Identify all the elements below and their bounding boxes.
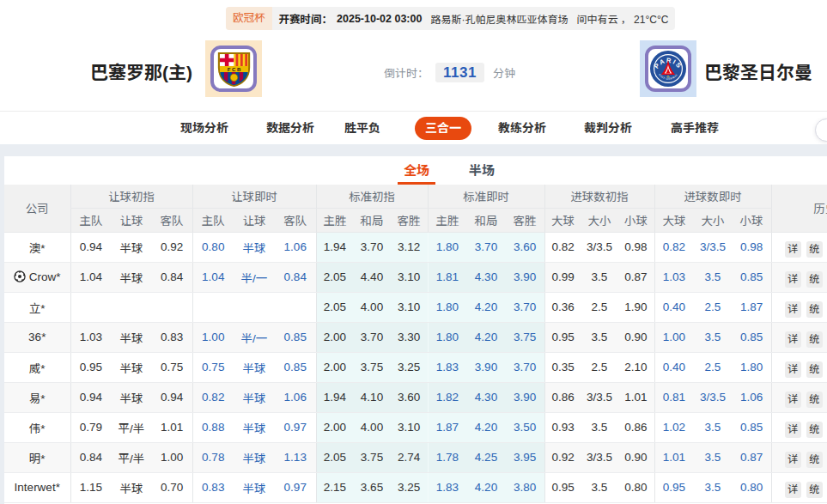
odds-cell: 2.05 — [316, 292, 353, 322]
nav-tab-5[interactable]: 教练分析 — [498, 117, 546, 140]
stats-button[interactable]: 统 — [806, 392, 823, 408]
odds-cell — [234, 292, 275, 322]
odds-cell: 3/3.5 — [581, 232, 618, 262]
away-team-logo: PARIS SAINT-GERMAIN — [640, 40, 696, 97]
odds-row-易: 易*0.94半球0.940.82半球1.061.944.103.601.824.… — [4, 382, 827, 412]
odds-cell: 半球 — [111, 472, 151, 502]
odds-cell: 0.86 — [617, 412, 654, 442]
odds-cell: 半球 — [111, 382, 151, 412]
detail-button[interactable]: 详 — [785, 361, 801, 378]
nav-tab-3[interactable]: 胜平负 — [344, 117, 380, 140]
column-subheader: 和局 — [466, 208, 505, 232]
odds-cell: 0.94 — [152, 382, 192, 412]
odds-cell: 3.90 — [466, 352, 505, 382]
odds-cell: 0.87 — [617, 262, 654, 292]
company-name[interactable]: 威* — [4, 352, 70, 382]
odds-cell: 半球 — [111, 322, 151, 352]
countdown: 倒计时： 1131 分钟 — [384, 62, 515, 82]
company-name[interactable]: Interwet* — [4, 472, 70, 502]
detail-button[interactable]: 详 — [785, 271, 801, 288]
stats-button[interactable]: 统 — [806, 422, 823, 438]
odds-cell: 2.5 — [693, 292, 732, 322]
floating-widget-button[interactable] — [815, 118, 827, 142]
odds-cell: 3.70 — [506, 292, 544, 322]
odds-cell: 0.99 — [544, 262, 581, 292]
odds-cell: 0.78 — [192, 442, 234, 472]
odds-cell: 3.10 — [391, 412, 428, 442]
header-divider — [0, 111, 827, 112]
detail-button[interactable]: 详 — [785, 392, 801, 408]
odds-cell: 4.20 — [466, 322, 505, 352]
odds-cell: 0.92 — [152, 232, 192, 262]
stats-button[interactable]: 统 — [806, 301, 823, 318]
odds-cell: 0.75 — [152, 352, 192, 382]
odds-row-澳: 澳*0.94半球0.920.80半球1.061.943.703.121.803.… — [4, 232, 827, 262]
company-name[interactable]: 明* — [4, 442, 70, 472]
detail-button[interactable]: 详 — [785, 422, 801, 438]
active-subtab-underline — [398, 182, 435, 185]
company-name[interactable]: 36* — [4, 322, 70, 352]
stats-button[interactable]: 统 — [806, 361, 823, 378]
odds-cell: 3.5 — [581, 322, 618, 352]
odds-cell: 半球 — [234, 442, 275, 472]
odds-cell: 3.80 — [506, 472, 544, 502]
stats-button[interactable]: 统 — [806, 482, 823, 498]
odds-cell: 2.5 — [693, 352, 732, 382]
nav-tab-1[interactable]: 现场分析 — [180, 117, 228, 140]
column-group-1: 让球初指 — [70, 185, 192, 208]
detail-button[interactable]: 详 — [785, 482, 801, 498]
match-info-bar: 欧冠杯 开赛时间： 2025-10-02 03:00 路易斯·孔帕尼奥林匹亚体育… — [226, 7, 675, 30]
odds-cell: 4.10 — [353, 382, 390, 412]
odds-cell: 半/一 — [234, 262, 275, 292]
odds-cell: 0.95 — [544, 472, 581, 502]
stats-button[interactable]: 统 — [806, 241, 823, 258]
odds-cell: 0.36 — [544, 292, 581, 322]
stats-button[interactable]: 统 — [806, 452, 823, 468]
subtab-1[interactable]: 全场 — [404, 162, 429, 179]
subtab-2[interactable]: 半场 — [469, 162, 495, 179]
company-name[interactable]: Crow* — [4, 262, 70, 292]
odds-cell: 0.81 — [654, 382, 693, 412]
company-name[interactable]: 易* — [4, 382, 70, 412]
odds-cell: 3.70 — [353, 322, 390, 352]
odds-cell: 0.85 — [733, 412, 771, 442]
detail-button[interactable]: 详 — [785, 452, 801, 468]
odds-cell: 0.80 — [733, 472, 771, 502]
nav-tab-6[interactable]: 裁判分析 — [584, 117, 632, 140]
detail-button[interactable]: 详 — [785, 301, 801, 318]
company-name[interactable]: 立* — [4, 292, 70, 322]
odds-cell: 2.05 — [316, 442, 353, 472]
odds-cell: 3.5 — [581, 472, 618, 502]
nav-tab-4[interactable]: 三合一 — [415, 117, 471, 140]
odds-cell: 0.87 — [733, 442, 771, 472]
odds-cell: 0.82 — [654, 232, 693, 262]
nav-tab-7[interactable]: 高手推荐 — [671, 117, 719, 140]
odds-cell: 4.20 — [466, 472, 505, 502]
countdown-label: 倒计时： — [384, 64, 429, 81]
odds-cell: 半球 — [234, 412, 275, 442]
odds-cell: 2.74 — [391, 442, 428, 472]
stats-button[interactable]: 统 — [806, 271, 823, 288]
odds-cell: 1.15 — [70, 472, 111, 502]
company-name[interactable]: 伟* — [4, 412, 70, 442]
venue: 路易斯·孔帕尼奥林匹亚体育场 — [430, 11, 568, 26]
column-subheader: 客胜 — [506, 208, 544, 232]
odds-cell — [192, 292, 234, 322]
odds-cell: 半球 — [111, 262, 151, 292]
company-name[interactable]: 澳* — [4, 232, 70, 262]
company-label: 澳* — [29, 242, 46, 255]
league-badge[interactable]: 欧冠杯 — [226, 7, 272, 30]
history-actions: 详统 — [771, 472, 827, 502]
history-actions: 详统 — [771, 292, 827, 322]
column-subheader: 大球 — [544, 208, 581, 232]
column-group-2: 让球即时 — [192, 185, 316, 208]
odds-cell: 1.13 — [275, 442, 316, 472]
nav-tab-2[interactable]: 数据分析 — [266, 117, 314, 140]
stats-button[interactable]: 统 — [806, 331, 823, 348]
odds-cell: 0.80 — [192, 232, 234, 262]
detail-button[interactable]: 详 — [785, 241, 801, 258]
odds-cell: 0.35 — [544, 352, 581, 382]
fc-barcelona-crest-icon: F C B — [217, 52, 251, 87]
detail-button[interactable]: 详 — [785, 331, 801, 348]
odds-cell: 1.01 — [152, 412, 192, 442]
